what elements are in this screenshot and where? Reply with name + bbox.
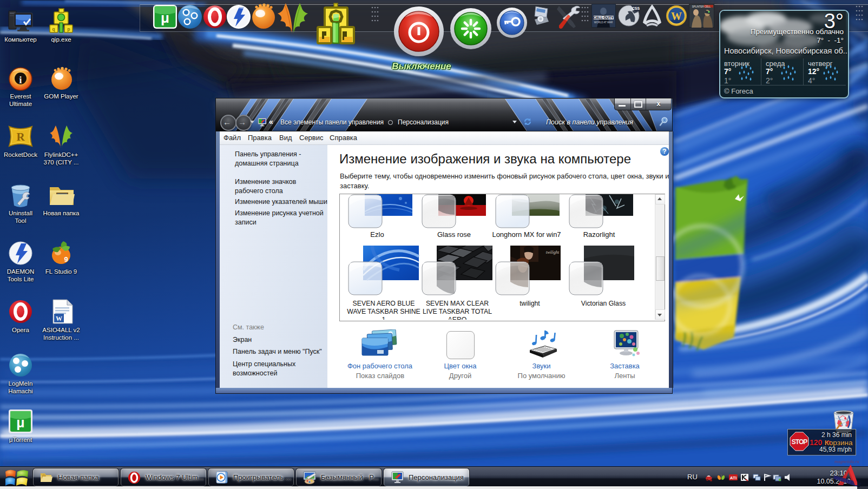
svg-text:LIVE TASKBAR TOTAL: LIVE TASKBAR TOTAL xyxy=(423,308,492,315)
svg-text:Ezlo: Ezlo xyxy=(370,230,384,239)
svg-text:twilight: twilight xyxy=(520,300,540,307)
svg-text:Glass rose: Glass rose xyxy=(437,230,471,239)
svg-text:CSS: CSS xyxy=(632,6,640,10)
svg-text:AERO: AERO xyxy=(448,316,467,320)
svg-text:SEVEN MAX CLEAR: SEVEN MAX CLEAR xyxy=(426,300,489,307)
svg-text:SPLINTER CELL: SPLINTER CELL xyxy=(692,5,711,8)
svg-text:Longhorn MX for win7: Longhorn MX for win7 xyxy=(492,230,561,239)
svg-text:1: 1 xyxy=(382,316,386,320)
svg-text:μ: μ xyxy=(161,10,169,26)
svg-text:W: W xyxy=(56,315,62,322)
svg-text:Razorlight: Razorlight xyxy=(583,230,615,239)
svg-text:W: W xyxy=(671,10,682,22)
svg-text:CALL·DUTY: CALL·DUTY xyxy=(593,16,614,19)
svg-text:Victorian Glass: Victorian Glass xyxy=(581,300,626,307)
svg-text:μ: μ xyxy=(16,415,24,430)
svg-text:p: p xyxy=(67,27,70,32)
svg-text:WORLD AT WAR: WORLD AT WAR xyxy=(594,21,613,24)
svg-text:SEVEN AERO BLUE: SEVEN AERO BLUE xyxy=(353,300,415,307)
svg-text:q: q xyxy=(52,27,55,32)
svg-text:ATI: ATI xyxy=(730,475,737,480)
svg-text:R: R xyxy=(16,130,25,143)
svg-text:STOP: STOP xyxy=(792,438,807,446)
svg-text:i: i xyxy=(19,74,22,85)
svg-text:9: 9 xyxy=(64,255,68,263)
svg-text:WAVE TASKBAR SHINE: WAVE TASKBAR SHINE xyxy=(347,308,420,315)
svg-text:twilight: twilight xyxy=(546,250,560,255)
svg-text:magnetida.ru: magnetida.ru xyxy=(834,459,859,464)
